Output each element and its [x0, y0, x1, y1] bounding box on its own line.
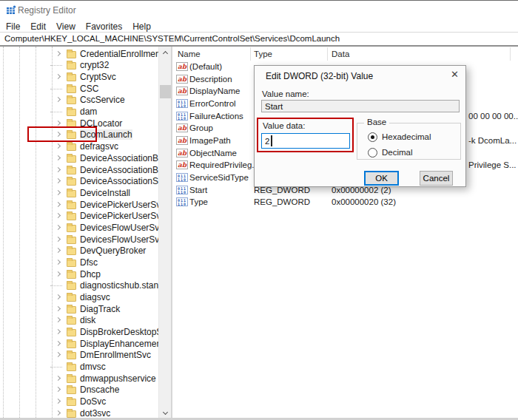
expand-chevron-icon[interactable] [56, 271, 61, 276]
tree-item-DevQueryBroker[interactable]: DevQueryBroker [0, 245, 158, 257]
folder-icon [67, 260, 76, 267]
menu-item-edit[interactable]: Edit [30, 20, 51, 33]
tree-item-diagsvc[interactable]: diagsvc [0, 291, 158, 303]
column-header-type[interactable]: Type [254, 50, 272, 58]
expand-chevron-icon[interactable] [56, 294, 61, 299]
column-header-data[interactable]: Data [332, 50, 349, 58]
expand-chevron-icon[interactable] [56, 97, 61, 102]
column-separator[interactable] [510, 47, 511, 61]
column-separator[interactable] [250, 47, 251, 61]
tree-item-DeviceAssociationBrok[interactable]: DeviceAssociationBrok [0, 152, 158, 164]
menu-item-view[interactable]: View [56, 20, 81, 33]
expand-chevron-icon[interactable] [56, 74, 61, 79]
tree-item-Dhcp[interactable]: Dhcp [0, 268, 158, 280]
expand-chevron-icon[interactable] [56, 352, 61, 357]
tree-item-DispBrokerDesktopSvc[interactable]: DispBrokerDesktopSvc [0, 326, 158, 338]
expand-chevron-icon[interactable] [56, 51, 61, 56]
expand-chevron-icon[interactable] [56, 143, 61, 149]
expand-chevron-icon[interactable] [56, 341, 61, 346]
expand-chevron-icon[interactable] [56, 376, 61, 381]
tree-item-label: disk [80, 315, 95, 325]
tree-item-DCLocator[interactable]: DCLocator [0, 118, 158, 129]
tree-item-label: DevicesFlowUserSvc [80, 223, 158, 233]
folder-icon [67, 306, 76, 314]
menu-item-help[interactable]: Help [132, 20, 156, 33]
scroll-up-icon[interactable] [163, 51, 168, 56]
radio-unselected-icon[interactable] [368, 148, 377, 158]
expand-chevron-icon[interactable] [56, 329, 61, 334]
ok-button[interactable]: OK [364, 171, 399, 186]
expand-chevron-icon[interactable] [56, 213, 61, 218]
scroll-down-icon[interactable] [163, 410, 168, 415]
tree-item-dmvsc[interactable]: dmvsc [0, 361, 158, 373]
tree-item-CryptSvc[interactable]: CryptSvc [0, 71, 158, 83]
tree-item-DcomLaunch[interactable]: DcomLaunch [0, 129, 158, 140]
folder-icon [67, 341, 76, 348]
folder-icon [67, 271, 76, 279]
tree-item-DeviceInstall[interactable]: DeviceInstall [0, 187, 158, 199]
value-name-field[interactable] [261, 100, 460, 112]
expand-chevron-icon[interactable] [56, 166, 61, 172]
value-name: (Default) [189, 62, 222, 71]
menu-item-file[interactable]: File [6, 20, 25, 33]
tree-item-disk[interactable]: disk [0, 314, 158, 326]
tree-item-DisplayEnhancementS[interactable]: DisplayEnhancementS [0, 338, 158, 350]
expand-chevron-icon[interactable] [56, 155, 61, 160]
expand-chevron-icon[interactable] [56, 190, 61, 195]
tree-item-DiagTrack[interactable]: DiagTrack [0, 303, 158, 315]
folder-icon [67, 387, 76, 394]
expand-chevron-icon[interactable] [56, 410, 61, 416]
expand-chevron-icon[interactable] [56, 260, 61, 265]
radio-selected-icon[interactable] [368, 132, 377, 142]
tree-item-Dfsc[interactable]: Dfsc [0, 257, 158, 268]
expand-chevron-icon[interactable] [56, 305, 61, 311]
folder-icon [67, 225, 76, 232]
tree-item-dam[interactable]: dam [0, 106, 158, 118]
tree-item-diagnosticshub.standa[interactable]: diagnosticshub.standa [0, 280, 158, 291]
tree-item-CredentialEnrollmentM[interactable]: CredentialEnrollmentM [0, 48, 158, 60]
tree-item-CscService[interactable]: CscService [0, 94, 158, 106]
tree-item-crypt32[interactable]: crypt32 [0, 59, 158, 71]
expand-chevron-icon[interactable] [56, 387, 61, 392]
expand-chevron-icon[interactable] [56, 132, 61, 137]
tree-item-DoSvc[interactable]: DoSvc [0, 396, 158, 407]
expand-chevron-icon[interactable] [56, 121, 61, 126]
menu-item-favorites[interactable]: Favorites [86, 20, 127, 33]
column-header-name[interactable]: Name [178, 50, 201, 58]
tree-item-DevicesFlowUserSvc[interactable]: DevicesFlowUserSvc [0, 222, 158, 234]
tree-item-dmwappushservice[interactable]: dmwappushservice [0, 373, 158, 385]
tree-item-DevicePickerUserSvc[interactable]: DevicePickerUserSvc [0, 199, 158, 211]
folder-icon [67, 410, 76, 418]
expand-chevron-icon[interactable] [56, 248, 61, 253]
tree-item-defragsvc[interactable]: defragsvc [0, 140, 158, 152]
value-name: FailureActions [189, 112, 243, 121]
tree-item-DevicePickerUserSvc_b[interactable]: DevicePickerUserSvc_b [0, 210, 158, 222]
tree-item-DeviceAssociationBrok[interactable]: DeviceAssociationBrok [0, 164, 158, 176]
expand-chevron-icon[interactable] [56, 236, 61, 241]
expand-chevron-icon[interactable] [56, 225, 61, 230]
tree-item-DevicesFlowUserSvc_b[interactable]: DevicesFlowUserSvc_b [0, 234, 158, 245]
folder-icon [67, 399, 76, 406]
tree-item-label: defragsvc [80, 141, 118, 152]
expand-chevron-icon[interactable] [56, 178, 61, 183]
tree-scrollbar[interactable] [158, 47, 171, 418]
tree-item-Dnscache[interactable]: Dnscache [0, 384, 158, 396]
tree-item-label: Dhcp [80, 269, 101, 280]
expand-chevron-icon[interactable] [56, 399, 61, 404]
tree-item-DmEnrollmentSvc[interactable]: DmEnrollmentSvc [0, 349, 158, 361]
column-separator[interactable] [327, 47, 328, 61]
expand-chevron-icon[interactable] [56, 201, 61, 206]
value-data-field[interactable] [261, 133, 350, 149]
tree-item-dot3svc[interactable]: dot3svc [0, 407, 158, 418]
expand-chevron-icon[interactable] [56, 317, 61, 322]
tree-item-label: Dfsc [80, 257, 98, 268]
value-row-Type[interactable]: 011110TypeREG_DWORD0x00000020 (32) [172, 196, 518, 209]
tree-item-CSC[interactable]: CSC [0, 83, 158, 95]
folder-icon [67, 155, 76, 163]
close-icon[interactable]: ✕ [451, 69, 459, 81]
folder-icon [67, 178, 76, 186]
tree-item-DeviceAssociationServ[interactable]: DeviceAssociationServ [0, 175, 158, 187]
scrollbar-thumb[interactable] [160, 85, 171, 98]
value-name: ImagePath [189, 136, 231, 145]
cancel-button[interactable]: Cancel [420, 171, 453, 186]
